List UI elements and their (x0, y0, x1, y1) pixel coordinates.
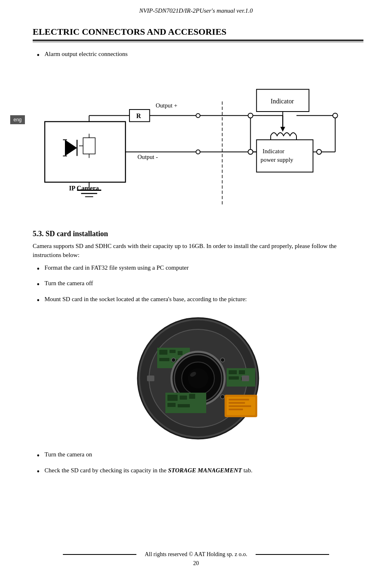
eng-label: eng (10, 115, 25, 124)
svg-rect-70 (178, 404, 190, 407)
svg-rect-81 (147, 376, 154, 381)
storage-management-label: STORAGE MANAGEMENT (168, 467, 242, 474)
svg-rect-79 (229, 376, 239, 380)
svg-rect-76 (229, 409, 243, 410)
sd-bullet-3-text: Mount SD card in the socket located at t… (45, 295, 247, 304)
svg-rect-67 (180, 396, 187, 400)
svg-rect-27 (256, 140, 313, 172)
alarm-bullet-item: • Alarm output electric connections (37, 49, 363, 62)
svg-rect-82 (242, 376, 249, 381)
footer-text: All rights reserved © AAT Holding sp. z … (145, 551, 247, 558)
footer-line-left (63, 554, 136, 555)
bullet-dot: • (37, 49, 40, 61)
svg-rect-54 (159, 358, 169, 361)
sd-bullet-2: • Turn the camera off (37, 279, 363, 291)
svg-text:Indicator: Indicator (271, 98, 294, 105)
bullet-dot-1: • (37, 263, 40, 275)
after-bullet-dot-1: • (37, 450, 40, 461)
sd-section: 5.3. SD card installation Camera support… (33, 230, 363, 478)
svg-point-60 (188, 368, 208, 389)
section-title: ELECTRIC CONNECTORS AND ACCESORIES (33, 27, 363, 37)
alarm-output-label: Alarm output electric connections (45, 49, 128, 59)
svg-point-35 (196, 150, 200, 154)
divider-thin (33, 42, 363, 42)
camera-image-svg (125, 315, 272, 442)
footer-line-right (256, 554, 329, 555)
svg-text:Indicator: Indicator (263, 148, 284, 154)
turn-camera-on: Turn the camera on (45, 450, 92, 459)
sd-intro: Camera supports SD and SDHC cards with t… (33, 241, 363, 260)
svg-rect-52 (169, 350, 176, 353)
svg-rect-69 (167, 403, 176, 407)
sd-section-title: 5.3. SD card installation (33, 230, 363, 238)
svg-rect-78 (239, 370, 245, 374)
sd-title: SD card installation (46, 230, 108, 238)
svg-point-62 (172, 358, 176, 362)
svg-text:Output  +: Output + (156, 102, 177, 109)
svg-rect-68 (189, 394, 195, 399)
sd-bullet-1: • Format the card in FAT32 file system u… (37, 263, 363, 276)
svg-rect-53 (178, 351, 183, 355)
footer-page: 20 (193, 560, 199, 567)
bullet-dot-3: • (37, 295, 40, 306)
svg-point-65 (220, 395, 225, 399)
circuit-svg: IP Camera R Output + Output - Indic (33, 66, 363, 221)
bullet-dot-2: • (37, 279, 40, 290)
svg-text:Output  -: Output - (138, 153, 158, 160)
svg-point-42 (316, 149, 321, 154)
svg-rect-77 (229, 370, 237, 374)
sd-bullet-3: • Mount SD card in the socket located at… (37, 295, 363, 307)
camera-image-container (33, 315, 363, 442)
sd-after-bullet-list: • Turn the camera on • Check the SD card… (37, 450, 363, 478)
sd-after-bullet-1: • Turn the camera on (37, 450, 363, 463)
svg-point-17 (196, 113, 200, 117)
svg-text:power  supply: power supply (261, 156, 294, 163)
svg-rect-73 (229, 399, 249, 400)
page-footer: All rights reserved © AAT Holding sp. z … (0, 551, 392, 558)
svg-point-38 (248, 113, 253, 118)
after-bullet-dot-2: • (37, 466, 40, 477)
svg-rect-51 (159, 350, 167, 355)
check-sd-text: Check the SD card by checking its capaci… (45, 466, 252, 475)
svg-rect-5 (83, 138, 95, 154)
svg-rect-74 (229, 402, 245, 404)
sd-after-bullet-2: • Check the SD card by checking its capa… (37, 466, 363, 478)
svg-marker-24 (281, 127, 285, 132)
sd-bullet-list: • Format the card in FAT32 file system u… (37, 263, 363, 307)
sd-number: 5.3. (33, 230, 44, 238)
alarm-bullet-list: • Alarm output electric connections (37, 49, 363, 62)
svg-rect-66 (167, 395, 178, 401)
circuit-diagram: eng IP Camera R Output + Output (33, 66, 363, 221)
svg-point-39 (248, 149, 253, 154)
sd-bullet-2-text: Turn the camera off (45, 279, 93, 288)
svg-text:R: R (136, 112, 141, 119)
sd-bullet-1-text: Format the card in FAT32 file system usi… (45, 263, 189, 273)
svg-point-46 (333, 113, 338, 118)
page-header-title: NVIP-5DN7021D/IR-2PUser's manual ver.1.0 (139, 7, 253, 14)
divider-top (33, 40, 363, 41)
svg-rect-75 (229, 405, 251, 407)
svg-point-63 (220, 358, 225, 362)
